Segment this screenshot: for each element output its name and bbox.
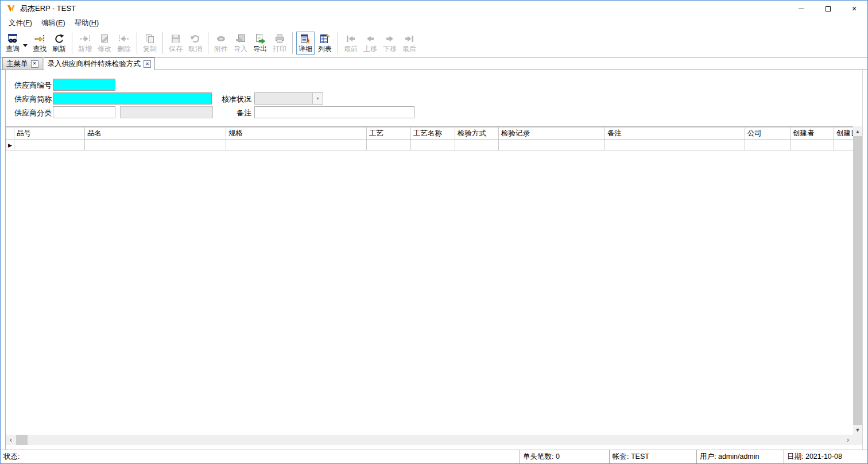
supplier-class-name-input (120, 106, 213, 118)
title-bar: 易杰ERP - TEST ✕ (1, 1, 867, 17)
doc-count: 单头笔数: 0 (520, 450, 610, 463)
main-panel: 供应商编号 供应商简称 供应商分类 核准状况 ▼ 备注 (5, 70, 863, 450)
tab-strip: 主菜单 ✕ 录入供应商料件特殊检验方式 ✕ (1, 57, 867, 70)
col-header-remark[interactable]: 备注 (605, 127, 745, 140)
import-button: 导入 (231, 32, 250, 53)
menu-file[interactable]: 文件(F) (4, 17, 37, 30)
grid-region: 品号 品名 规格 工艺 工艺名称 检验方式 检验记录 备注 公司 创建者 创建日… (6, 126, 862, 435)
toolbar-separator (162, 32, 163, 54)
tab-close-icon[interactable]: ✕ (31, 60, 38, 68)
col-header-company[interactable]: 公司 (745, 127, 790, 140)
combo-dropdown-icon: ▼ (312, 93, 323, 104)
export-button[interactable]: 导出 (251, 32, 269, 53)
supplier-class-label: 供应商分类 (9, 108, 52, 118)
tab-close-icon[interactable]: ✕ (144, 60, 151, 68)
horizontal-scrollbar-track[interactable] (28, 435, 843, 445)
copy-icon (144, 33, 156, 44)
grid-header-row: 品号 品名 规格 工艺 工艺名称 检验方式 检验记录 备注 公司 创建者 创建日 (6, 127, 854, 140)
copy-button: 复制 (141, 32, 159, 53)
horizontal-scrollbar-thumb[interactable] (16, 435, 28, 445)
vertical-scrollbar-track[interactable] (853, 136, 862, 425)
tab-main-menu[interactable]: 主菜单 ✕ (2, 57, 42, 69)
scroll-left-icon[interactable]: ‹ (6, 435, 16, 445)
modify-icon (99, 33, 110, 44)
col-header-inspection-record[interactable]: 检验记录 (499, 127, 605, 140)
save-button: 保存 (166, 32, 185, 53)
tab-supplier-special-inspection[interactable]: 录入供应商料件特殊检验方式 ✕ (44, 57, 156, 70)
form-area: 供应商编号 供应商简称 供应商分类 核准状况 ▼ 备注 (6, 70, 862, 126)
vertical-scrollbar[interactable]: ▲ ▼ (853, 126, 862, 435)
new-icon (79, 33, 91, 44)
app-window: 易杰ERP - TEST ✕ 文件(F) 编辑(E) 帮助(H) 查询 (0, 0, 868, 464)
col-header-creator[interactable]: 创建者 (790, 127, 834, 140)
cancel-icon (189, 33, 201, 44)
print-button: 打印 (270, 32, 289, 53)
maximize-icon (826, 6, 831, 11)
supplier-no-label: 供应商编号 (9, 80, 52, 91)
col-header-inspection-method[interactable]: 检验方式 (455, 127, 499, 140)
horizontal-scrollbar-row: ‹ › (6, 435, 862, 445)
window-title: 易杰ERP - TEST (20, 3, 76, 14)
current-date: 日期: 2021-10-08 (784, 450, 867, 463)
supplier-class-input[interactable] (53, 106, 115, 118)
list-icon (319, 33, 331, 44)
toolbar: 查询 查找 刷新 新增 (1, 30, 867, 57)
col-header-item-no[interactable]: 品号 (14, 127, 85, 140)
account-set: 帐套: TEST (610, 450, 697, 463)
maximize-button[interactable] (815, 1, 841, 17)
col-header-process[interactable]: 工艺 (367, 127, 411, 140)
supplier-no-input[interactable] (53, 79, 115, 91)
last-icon (404, 33, 415, 44)
approve-status-label: 核准状况 (217, 94, 251, 105)
col-header-spec[interactable]: 规格 (226, 127, 367, 140)
attach-button: 附件 (212, 32, 230, 53)
app-logo-icon (6, 4, 16, 13)
menu-help[interactable]: 帮助(H) (70, 17, 103, 30)
supplier-abbr-input[interactable] (53, 92, 212, 105)
import-icon (235, 33, 246, 44)
current-user: 用户: admin/admin (697, 450, 784, 463)
query-button[interactable]: 查询 (3, 32, 22, 53)
list-button[interactable]: 列表 (316, 32, 334, 53)
first-button: 最前 (342, 32, 360, 53)
minimize-button[interactable] (788, 1, 815, 17)
scroll-right-icon[interactable]: › (843, 435, 853, 445)
table-row[interactable]: ▶ (6, 140, 854, 150)
row-indicator-icon: ▶ (8, 142, 12, 148)
status-bar: 状态: 单头笔数: 0 帐套: TEST 用户: admin/admin 日期:… (1, 450, 867, 463)
refresh-button[interactable]: 刷新 (50, 32, 68, 53)
toolbar-separator (338, 32, 338, 54)
toolbar-separator (72, 32, 72, 54)
scroll-down-icon[interactable]: ▼ (853, 425, 862, 435)
attach-icon (215, 33, 227, 44)
new-button: 新增 (76, 32, 94, 53)
last-button: 最后 (400, 32, 418, 53)
remark-input[interactable] (254, 106, 414, 118)
col-header-create-date[interactable]: 创建日 (834, 127, 854, 140)
close-button[interactable]: ✕ (841, 1, 867, 17)
data-grid: 品号 品名 规格 工艺 工艺名称 检验方式 检验记录 备注 公司 创建者 创建日… (6, 126, 853, 435)
move-down-button: 下移 (381, 32, 399, 53)
menu-edit[interactable]: 编辑(E) (37, 17, 70, 30)
detail-icon (300, 33, 311, 44)
find-button[interactable]: 查找 (30, 32, 49, 53)
scrollbar-corner (853, 435, 862, 445)
horizontal-scrollbar[interactable]: ‹ › (6, 435, 853, 445)
detail-button[interactable]: 详细 (296, 32, 315, 54)
current-row-indicator: ▶ (6, 140, 14, 150)
delete-button: 删除 (115, 32, 133, 53)
col-header-item-name[interactable]: 品名 (85, 127, 226, 140)
scroll-up-icon[interactable]: ▲ (853, 126, 862, 136)
find-icon (34, 33, 45, 44)
move-up-icon (365, 33, 376, 44)
refresh-icon (53, 33, 65, 44)
toolbar-separator (137, 32, 137, 54)
minimize-icon (799, 9, 804, 9)
remark-label: 备注 (217, 108, 251, 118)
move-down-icon (384, 33, 396, 44)
modify-button: 修改 (95, 32, 114, 53)
approve-status-combo: ▼ (254, 92, 323, 105)
cancel-button: 取消 (186, 32, 204, 53)
query-dropdown-arrow[interactable] (23, 44, 28, 47)
col-header-process-name[interactable]: 工艺名称 (411, 127, 455, 140)
